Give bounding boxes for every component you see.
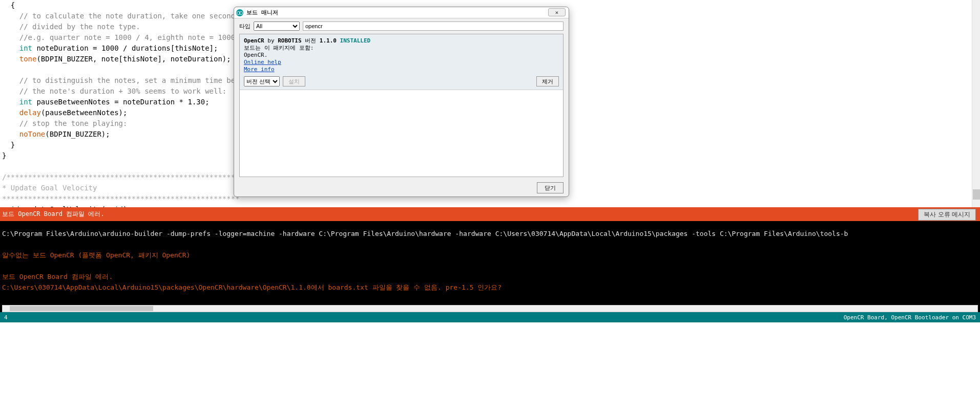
- status-message: 보드 OpenCR Board 컴파일 에러.: [2, 210, 105, 219]
- board-title-line: OpenCR by ROBOTIS 버전 1.1.0 INSTALLED: [244, 37, 559, 45]
- dialog-footer: 닫기: [537, 182, 564, 194]
- board-list[interactable]: OpenCR by ROBOTIS 버전 1.1.0 INSTALLED 보드는…: [239, 34, 564, 177]
- footer-right: OpenCR Board, OpenCR Bootloader on COM3: [844, 314, 976, 321]
- board-version: 1.1.0: [320, 37, 337, 44]
- footer-left: 4: [4, 314, 8, 321]
- scrollbar-thumb[interactable]: [10, 306, 153, 311]
- status-bar: 보드 OpenCR Board 컴파일 에러. 복사 오류 메시지: [0, 207, 980, 221]
- more-info-link[interactable]: More info: [244, 66, 275, 73]
- dialog-title: 보드 매니저: [246, 9, 278, 16]
- board-manager-dialog: 보드 매니저 ⨉ 타입 All OpenCR by ROBOTIS 버전 1.1…: [234, 7, 569, 197]
- console-line: 알수없는 보드 OpenCR (플랫폼 OpenCR, 패키지 OpenCR): [2, 250, 978, 260]
- online-help-link[interactable]: Online help: [244, 59, 281, 66]
- board-name: OpenCR: [244, 37, 264, 44]
- console-h-scrollbar[interactable]: [2, 305, 978, 312]
- console-line: 보드 OpenCR Board 컴파일 에러.: [2, 271, 978, 282]
- board-desc-1: 보드는 이 패키지에 포함:: [244, 45, 559, 52]
- board-author: ROBOTIS: [278, 37, 301, 44]
- install-button[interactable]: 설치: [283, 76, 305, 86]
- version-select[interactable]: 버전 선택: [244, 76, 280, 86]
- arduino-icon: [236, 9, 243, 16]
- footer-bar: 4 OpenCR Board, OpenCR Bootloader on COM…: [0, 312, 980, 322]
- filter-label: 타입: [239, 23, 251, 30]
- dialog-titlebar[interactable]: 보드 매니저 ⨉: [234, 7, 569, 18]
- type-select[interactable]: All: [254, 21, 300, 31]
- console-line: C:\Users\030714\AppData\Local\Arduino15\…: [2, 282, 978, 293]
- installed-badge: INSTALLED: [337, 37, 370, 44]
- console-line: [2, 260, 978, 271]
- console-line: [2, 239, 978, 250]
- close-button[interactable]: 닫기: [537, 182, 564, 193]
- console-output[interactable]: C:\Program Files\Arduino\arduino-builder…: [0, 221, 980, 313]
- board-desc-2: OpenCR.: [244, 52, 559, 59]
- copy-error-button[interactable]: 복사 오류 메시지: [918, 209, 976, 221]
- console-line: C:\Program Files\Arduino\arduino-builder…: [2, 228, 978, 239]
- editor-scrollbar[interactable]: [972, 0, 980, 207]
- board-entry[interactable]: OpenCR by ROBOTIS 버전 1.1.0 INSTALLED 보드는…: [240, 34, 563, 90]
- dialog-filter-row: 타입 All: [234, 18, 569, 34]
- search-input[interactable]: [303, 21, 564, 31]
- dialog-close-button[interactable]: ⨉: [548, 8, 566, 16]
- scrollbar-thumb[interactable]: [973, 189, 980, 200]
- board-actions: 버전 선택 설치 제거: [244, 76, 559, 86]
- remove-button[interactable]: 제거: [536, 76, 559, 86]
